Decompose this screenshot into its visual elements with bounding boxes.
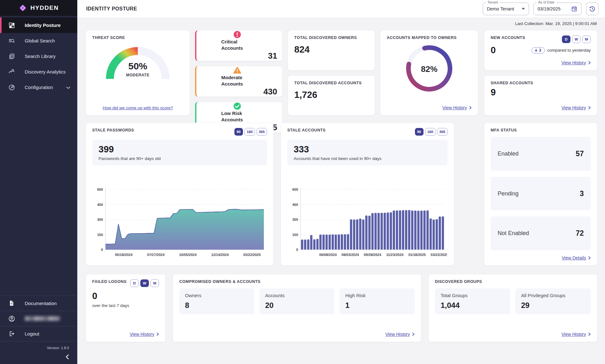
period-toggle-day[interactable]: D <box>562 35 570 43</box>
delta-note: compared to yesterday <box>547 48 591 53</box>
calendar-icon[interactable] <box>571 6 577 12</box>
svg-text:10/05/2024: 10/05/2024 <box>179 253 197 257</box>
svg-text:09/28/2024: 09/28/2024 <box>364 253 381 257</box>
compromised-owners-stat: Owners 8 <box>179 288 254 314</box>
svg-text:300: 300 <box>97 218 103 221</box>
as-of-date-field[interactable]: As of Date 03/19/2025 <box>533 3 582 15</box>
chevron-right-icon <box>469 106 472 110</box>
mfa-status-card: MFA STATUS Enabled 57 Pending 3 Not Enab… <box>484 123 597 266</box>
sidebar-item-documentation[interactable]: Documentation <box>0 296 77 311</box>
risk-label: Critical Accounts <box>221 39 257 51</box>
total-discovered-owners-card: TOTAL DISCOVERED OWNERS 824 <box>288 30 375 71</box>
view-details-link[interactable]: View Details <box>562 255 591 260</box>
view-history-link[interactable]: View History <box>561 105 591 110</box>
sidebar-bottom: Documentation Logout Version: 1.8.0 <box>0 296 77 364</box>
total-discovered-accounts-card: TOTAL DISCOVERED ACCOUNTS 1,726 <box>288 75 375 116</box>
range-toggle-365[interactable]: 365 <box>257 128 267 136</box>
view-history-link[interactable]: View History <box>130 332 159 337</box>
discovered-groups-card: DISCOVERED GROUPS Total Groups 1,044 All… <box>428 274 597 342</box>
period-toggle-week[interactable]: W <box>140 279 149 287</box>
version-label: Version: 1.8.0 <box>0 341 77 351</box>
range-toggle-365[interactable]: 365 <box>437 128 448 136</box>
svg-text:12/14/2024: 12/14/2024 <box>211 253 229 257</box>
svg-text:08/03/2024: 08/03/2024 <box>341 253 359 257</box>
risk-label: Moderate Accounts <box>221 74 257 87</box>
threat-score-card: THREAT SCORE 50% MODERATE How did we com… <box>86 30 190 116</box>
failed-logons-value: 0 <box>92 291 159 301</box>
card-title: STALE PASSWORDS <box>92 128 134 132</box>
top-bar: IDENTITY POSTURE Tenant Demo Tenant As o… <box>77 0 605 18</box>
shared-accounts-value: 9 <box>491 87 591 98</box>
period-toggle-month[interactable]: M <box>150 279 159 287</box>
sidebar-item-configuration[interactable]: Configuration <box>0 80 77 95</box>
warning-triangle-icon <box>233 66 241 74</box>
sidebar-nav: Identity Posture Global Search Search Li… <box>0 17 77 95</box>
chevron-left-icon <box>66 354 69 360</box>
stale-accounts-value: 333 <box>294 144 441 155</box>
sidebar-item-identity-posture[interactable]: Identity Posture <box>0 17 77 33</box>
chevron-right-icon <box>412 332 415 336</box>
sidebar-item-logout[interactable]: Logout <box>0 326 77 341</box>
chevron-right-icon <box>588 256 591 260</box>
mfa-row-pending: Pending 3 <box>491 177 591 211</box>
configuration-icon <box>8 84 15 91</box>
stale-accounts-card: STALE ACCOUNTS 90 180 365 333 Accounts t… <box>281 123 454 266</box>
date-label: As of Date <box>537 0 556 4</box>
svg-text:0: 0 <box>296 248 298 252</box>
threat-score-level: MODERATE <box>105 73 171 77</box>
card-title: TOTAL DISCOVERED ACCOUNTS <box>294 81 368 85</box>
sidebar-item-discovery-analytics[interactable]: Discovery Analytics <box>0 64 77 80</box>
stale-passwords-value: 399 <box>99 144 261 155</box>
collapse-sidebar-button[interactable] <box>0 351 77 364</box>
dashboard-content: Last Collection: Mar. 19, 2025 | 9:00:01… <box>77 18 605 342</box>
compromised-card: COMPROMISED OWNERS & ACCOUNTS Owners 8 A… <box>173 274 421 342</box>
range-toggle-group: 90 180 365 <box>234 128 267 136</box>
main-area: IDENTITY POSTURE Tenant Demo Tenant As o… <box>77 0 605 364</box>
total-groups-stat: Total Groups 1,044 <box>435 288 510 314</box>
chevron-right-icon <box>588 332 591 336</box>
moderate-accounts-card: Moderate Accounts 430 <box>195 66 283 97</box>
range-toggle-90[interactable]: 90 <box>415 128 423 136</box>
card-title: TOTAL DISCOVERED OWNERS <box>294 35 368 40</box>
history-clock-icon <box>589 5 596 12</box>
view-history-link[interactable]: View History <box>561 332 591 337</box>
sidebar-item-global-search[interactable]: Global Search <box>0 33 77 48</box>
check-circle-icon <box>233 102 241 110</box>
card-title: DISCOVERED GROUPS <box>435 279 591 284</box>
mapped-percent-value: 82% <box>402 41 456 97</box>
range-toggle-180[interactable]: 180 <box>245 128 255 136</box>
failed-logons-card: FAILED LOGONS D W M 0 over the last 7 da… <box>86 274 166 342</box>
range-toggle-group: 90 180 365 <box>415 128 448 136</box>
document-icon <box>8 300 15 307</box>
range-toggle-180[interactable]: 180 <box>425 128 436 136</box>
down-arrow-icon <box>534 48 538 52</box>
card-title: FAILED LOGONS <box>92 279 127 284</box>
period-toggle-week[interactable]: W <box>572 35 581 43</box>
period-toggle-day[interactable]: D <box>130 279 139 287</box>
hydden-logo-icon <box>19 4 27 12</box>
threat-gauge: 50% MODERATE <box>105 46 171 82</box>
view-history-link[interactable]: View History <box>442 105 472 110</box>
stale-passwords-card: STALE PASSWORDS 90 180 365 399 Passwords… <box>86 123 274 266</box>
period-toggle-month[interactable]: M <box>582 35 591 43</box>
range-toggle-90[interactable]: 90 <box>234 128 243 136</box>
analytics-chart-icon <box>8 68 15 75</box>
history-button[interactable] <box>586 3 599 15</box>
mapped-donut-chart: 82% <box>402 41 456 97</box>
shared-accounts-card: SHARED ACCOUNTS 9 View History <box>484 75 597 116</box>
new-shared-stack: NEW ACCOUNTS D W M 0 3 <box>484 30 597 116</box>
view-history-link[interactable]: View History <box>561 60 591 65</box>
tenant-select[interactable]: Tenant Demo Tenant <box>483 3 529 15</box>
sidebar-item-user[interactable] <box>0 311 77 326</box>
view-history-link[interactable]: View History <box>385 332 415 337</box>
tenant-value: Demo Tenant <box>487 6 514 11</box>
sidebar-item-search-library[interactable]: Search Library <box>0 48 77 64</box>
card-title: THREAT SCORE <box>92 35 183 40</box>
brand-name: HYDDEN <box>30 4 59 11</box>
svg-text:07/27/2024: 07/27/2024 <box>147 253 165 257</box>
svg-text:03/22/2025: 03/22/2025 <box>243 253 261 257</box>
svg-text:300: 300 <box>292 218 298 221</box>
logout-label: Logout <box>25 331 39 336</box>
chevron-down-icon <box>66 85 70 90</box>
score-info-link[interactable]: How did we come up with this score? <box>103 105 173 110</box>
